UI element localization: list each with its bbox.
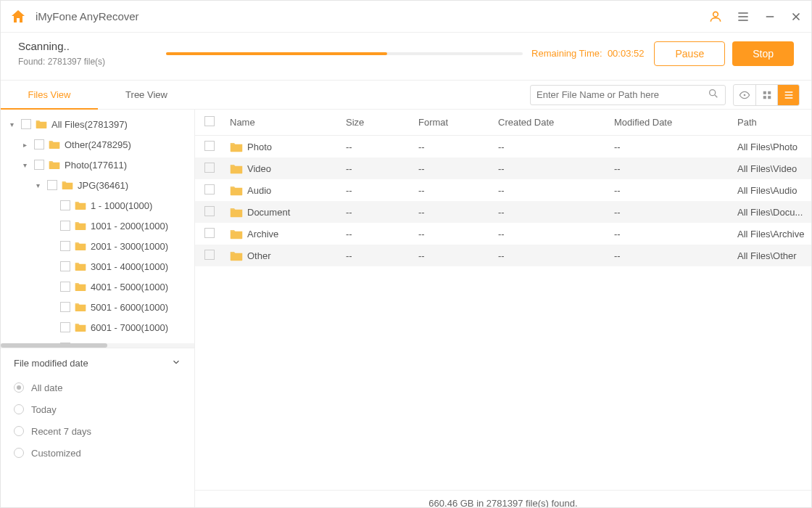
tree-scrollbar[interactable] xyxy=(1,343,194,348)
search-icon[interactable] xyxy=(708,88,719,102)
tree-item[interactable]: 5001 - 6000(1000) xyxy=(1,297,194,317)
home-icon[interactable] xyxy=(9,8,27,25)
tree-item[interactable]: 3001 - 4000(1000) xyxy=(1,256,194,276)
col-size[interactable]: Size xyxy=(340,117,413,128)
row-name: Other xyxy=(247,250,271,261)
toolrow: Files View Tree View xyxy=(1,81,811,110)
tree-item[interactable]: 6001 - 7000(1000) xyxy=(1,317,194,337)
filter-option[interactable]: Customized xyxy=(14,442,181,464)
tree-item[interactable]: ▸Other(2478295) xyxy=(1,134,194,155)
filter-option[interactable]: Today xyxy=(14,398,181,420)
expand-arrow-icon[interactable]: ▸ xyxy=(20,141,30,149)
svg-rect-4 xyxy=(763,96,766,99)
tree-checkbox[interactable] xyxy=(60,302,70,312)
tree-checkbox[interactable] xyxy=(60,282,70,292)
close-icon[interactable] xyxy=(790,10,803,23)
col-path[interactable]: Path xyxy=(732,117,811,128)
table-row[interactable]: Other--------All Files\Other xyxy=(195,245,811,266)
pause-button[interactable]: Pause xyxy=(654,41,725,66)
expand-arrow-icon[interactable]: ▾ xyxy=(33,181,43,189)
expand-arrow-icon[interactable]: ▾ xyxy=(7,120,17,128)
file-tree[interactable]: ▾All Files(2781397)▸Other(2478295)▾Photo… xyxy=(1,110,194,348)
radio-icon[interactable] xyxy=(14,448,24,458)
row-format: -- xyxy=(413,142,492,152)
col-created[interactable]: Created Date xyxy=(492,117,608,128)
row-checkbox[interactable] xyxy=(204,141,215,151)
progress-bar xyxy=(166,52,523,55)
tree-checkbox[interactable] xyxy=(34,139,44,149)
row-name: Audio xyxy=(247,185,271,196)
tree-item[interactable]: ▾Photo(177611) xyxy=(1,155,194,175)
row-checkbox[interactable] xyxy=(204,228,215,238)
tree-item[interactable]: ▾JPG(36461) xyxy=(1,175,194,195)
tab-tree-view[interactable]: Tree View xyxy=(98,81,195,110)
table-header: Name Size Format Created Date Modified D… xyxy=(195,110,811,136)
tree-checkbox[interactable] xyxy=(21,119,31,129)
table-row[interactable]: Archive--------All Files\Archive xyxy=(195,223,811,245)
search-box[interactable] xyxy=(530,85,726,105)
sidebar: ▾All Files(2781397)▸Other(2478295)▾Photo… xyxy=(1,110,195,508)
filter-option-label: Today xyxy=(31,404,57,415)
filter-option[interactable]: All date xyxy=(14,377,181,398)
row-format: -- xyxy=(413,250,492,261)
menu-icon[interactable] xyxy=(736,9,750,24)
tree-item[interactable]: 1 - 1000(1000) xyxy=(1,195,194,216)
user-icon[interactable] xyxy=(708,9,723,24)
tree-checkbox[interactable] xyxy=(60,241,70,251)
table-row[interactable]: Document--------All Files\Docu... xyxy=(195,201,811,223)
filter-option[interactable]: Recent 7 days xyxy=(14,420,181,442)
row-size: -- xyxy=(340,250,413,261)
filter-option-label: Customized xyxy=(31,448,81,459)
radio-icon[interactable] xyxy=(14,426,24,436)
tree-item[interactable]: 2001 - 3000(1000) xyxy=(1,236,194,256)
row-modified: -- xyxy=(608,250,732,261)
row-path: All Files\Video xyxy=(732,163,811,174)
row-created: -- xyxy=(492,207,608,218)
filter-option-label: All date xyxy=(31,382,62,393)
row-modified: -- xyxy=(608,163,732,174)
svg-point-1 xyxy=(744,94,746,96)
tree-checkbox[interactable] xyxy=(34,160,44,170)
row-path: All Files\Other xyxy=(732,250,811,261)
stop-button[interactable]: Stop xyxy=(732,41,794,66)
row-checkbox[interactable] xyxy=(204,184,215,194)
tree-item-label: 3001 - 4000(1000) xyxy=(91,261,168,272)
scan-status: Scanning.. xyxy=(18,40,156,52)
select-all-checkbox[interactable] xyxy=(204,116,215,126)
tree-checkbox[interactable] xyxy=(60,261,70,271)
row-checkbox[interactable] xyxy=(204,250,215,260)
tree-checkbox[interactable] xyxy=(60,322,70,332)
tree-item-label: All Files(2781397) xyxy=(51,119,128,130)
tree-checkbox[interactable] xyxy=(47,180,57,190)
tree-checkbox[interactable] xyxy=(60,200,70,210)
row-name: Video xyxy=(247,163,271,174)
view-preview-button[interactable] xyxy=(734,85,755,105)
view-list-button[interactable] xyxy=(777,85,799,105)
row-created: -- xyxy=(492,185,608,196)
row-path: All Files\Audio xyxy=(732,185,811,196)
tree-checkbox[interactable] xyxy=(60,221,70,231)
view-grid-button[interactable] xyxy=(755,85,777,105)
row-checkbox[interactable] xyxy=(204,206,215,216)
col-name[interactable]: Name xyxy=(224,117,340,128)
radio-icon[interactable] xyxy=(14,404,24,414)
table-row[interactable]: Video--------All Files\Video xyxy=(195,157,811,179)
tree-item[interactable]: 1001 - 2000(1000) xyxy=(1,216,194,236)
minimize-icon[interactable] xyxy=(763,10,776,23)
tree-item-label: Photo(177611) xyxy=(65,160,127,171)
table-row[interactable]: Photo--------All Files\Photo xyxy=(195,136,811,157)
expand-arrow-icon[interactable]: ▾ xyxy=(20,161,30,169)
tab-files-view[interactable]: Files View xyxy=(1,81,98,110)
tree-item[interactable]: 4001 - 5000(1000) xyxy=(1,276,194,297)
filter-header[interactable]: File modified date xyxy=(14,357,181,369)
row-modified: -- xyxy=(608,207,732,218)
radio-icon[interactable] xyxy=(14,382,24,393)
col-format[interactable]: Format xyxy=(413,117,492,128)
row-path: All Files\Archive xyxy=(732,229,811,239)
col-modified[interactable]: Modified Date xyxy=(608,117,732,128)
svg-rect-5 xyxy=(768,96,771,99)
search-input[interactable] xyxy=(536,89,708,100)
row-checkbox[interactable] xyxy=(204,163,215,173)
tree-item[interactable]: ▾All Files(2781397) xyxy=(1,114,194,134)
table-row[interactable]: Audio--------All Files\Audio xyxy=(195,179,811,201)
